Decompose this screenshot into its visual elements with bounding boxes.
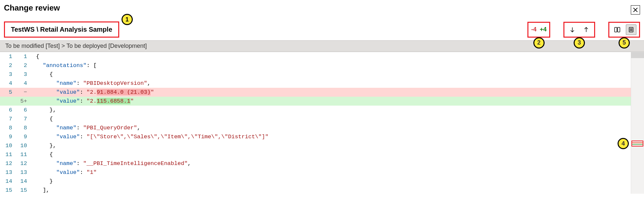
line-number-old: 4 bbox=[0, 80, 15, 86]
code-line: 1 1 { bbox=[0, 52, 631, 61]
code-line: 9 9 "value": "[\"Store\",\"Sales\",\"Ite… bbox=[0, 132, 631, 141]
callout-3: 3 bbox=[574, 37, 585, 49]
svg-rect-1 bbox=[618, 27, 620, 32]
line-number-new: 4 bbox=[15, 80, 30, 86]
code-content: } bbox=[35, 178, 631, 184]
code-content: "value": "2.91.884.0 (21.03)" bbox=[35, 89, 631, 95]
line-number-new: 9 bbox=[15, 134, 30, 140]
view-mode-group: 5 bbox=[608, 22, 640, 38]
line-number-new: 15 bbox=[15, 187, 30, 193]
header: Change review bbox=[0, 0, 644, 19]
diffstat-group: -4 +4 2 bbox=[527, 22, 550, 38]
prev-change-button[interactable] bbox=[581, 24, 591, 35]
code-content: "value": "[\"Store\",\"Sales\",\"Item\",… bbox=[35, 134, 631, 140]
line-marker-added: 5+ bbox=[15, 98, 30, 104]
code-content: }, bbox=[35, 143, 631, 149]
line-number-new: 12 bbox=[15, 160, 30, 167]
breadcrumb: TestWS \ Retail Analysis Sample 1 bbox=[4, 21, 119, 38]
code-line: 3 3 { bbox=[0, 70, 631, 79]
minimap-added-marker bbox=[632, 144, 643, 145]
minimap-removed-marker bbox=[632, 142, 643, 143]
code-content: { bbox=[35, 53, 631, 60]
line-number-old: 8 bbox=[0, 125, 15, 131]
code-line: 10 10 }, bbox=[0, 141, 631, 150]
arrow-up-icon bbox=[583, 27, 589, 33]
callout-2: 2 bbox=[533, 37, 545, 49]
toolbar: TestWS \ Retail Analysis Sample 1 -4 +4 … bbox=[0, 19, 644, 40]
code-line: 11 11 { bbox=[0, 150, 631, 159]
line-number-new: 3 bbox=[15, 71, 30, 78]
code-line: 7 7 { bbox=[0, 115, 631, 123]
minimap-viewport[interactable] bbox=[631, 52, 644, 58]
line-number-new: 8 bbox=[15, 125, 30, 131]
line-number-old: 9 bbox=[0, 134, 15, 140]
page-title: Change review bbox=[4, 3, 60, 13]
line-number-old: 13 bbox=[0, 169, 15, 176]
line-number-old: 2 bbox=[0, 62, 15, 69]
code-content: "name": "PBIDesktopVersion", bbox=[35, 80, 631, 86]
line-number-new: 13 bbox=[15, 169, 30, 176]
code-line: 15 15 ], bbox=[0, 186, 631, 194]
callout-4: 4 bbox=[618, 138, 629, 149]
line-number-old: 7 bbox=[0, 116, 15, 122]
next-change-button[interactable] bbox=[567, 24, 578, 35]
line-number-new: 7 bbox=[15, 116, 30, 122]
line-number-old: 3 bbox=[0, 71, 15, 78]
code-line: 13 13 "value": "1" bbox=[0, 168, 631, 177]
line-number-new: 10 bbox=[15, 143, 30, 149]
code-line-removed: 5 − "value": "2.91.884.0 (21.03)" bbox=[0, 88, 631, 97]
code-content: { bbox=[35, 71, 631, 78]
code-line: 2 2 "annotations": [ bbox=[0, 61, 631, 70]
line-number-old: 11 bbox=[0, 151, 15, 158]
code-content: }, bbox=[35, 107, 631, 113]
diff-body[interactable]: 1 1 { 2 2 "annotations": [ 3 3 { 4 4 "na… bbox=[0, 52, 631, 194]
code-content: ], bbox=[35, 187, 631, 193]
code-line: 14 14 } bbox=[0, 177, 631, 186]
arrow-down-icon bbox=[569, 27, 575, 33]
removed-count: -4 bbox=[531, 26, 536, 33]
code-content: "value": "1" bbox=[35, 169, 631, 176]
close-button[interactable] bbox=[631, 5, 640, 15]
side-by-side-icon bbox=[614, 26, 621, 33]
svg-rect-0 bbox=[615, 27, 617, 32]
path-bar: To be modified [Test] > To be deployed [… bbox=[0, 40, 644, 52]
code-line: 8 8 "name": "PBI_QueryOrder", bbox=[0, 123, 631, 132]
code-content: { bbox=[35, 116, 631, 122]
line-number-old: 5 bbox=[0, 89, 15, 95]
code-line: 6 6 }, bbox=[0, 106, 631, 115]
side-by-side-view-button[interactable] bbox=[612, 24, 623, 35]
line-number-new: 11 bbox=[15, 151, 30, 158]
minimap[interactable]: 4 bbox=[631, 52, 644, 194]
line-number-old: 6 bbox=[0, 107, 15, 113]
line-number-new: 14 bbox=[15, 178, 30, 184]
callout-5: 5 bbox=[619, 37, 630, 49]
code-line-added: 5+ "value": "2.115.6858.1" bbox=[0, 97, 631, 106]
inline-view-button[interactable] bbox=[626, 24, 636, 35]
code-content: "name": "PBI_QueryOrder", bbox=[35, 125, 631, 131]
code-line: 4 4 "name": "PBIDesktopVersion", bbox=[0, 79, 631, 88]
close-icon bbox=[633, 7, 638, 13]
code-line: 12 12 "name": "__PBI_TimeIntelligenceEna… bbox=[0, 159, 631, 168]
added-count: +4 bbox=[540, 26, 547, 33]
line-number-old: 14 bbox=[0, 178, 15, 184]
callout-1: 1 bbox=[122, 14, 133, 25]
diff-region: 1 1 { 2 2 "annotations": [ 3 3 { 4 4 "na… bbox=[0, 52, 644, 194]
line-marker-removed: − bbox=[15, 89, 30, 95]
inline-view-icon bbox=[628, 26, 634, 33]
minimap-marker-highlight: 4 bbox=[631, 141, 643, 147]
line-number-new: 2 bbox=[15, 62, 30, 69]
code-content: { bbox=[35, 151, 631, 158]
nav-arrows-group: 3 bbox=[563, 22, 595, 38]
line-number-old: 10 bbox=[0, 143, 15, 149]
breadcrumb-text: TestWS \ Retail Analysis Sample bbox=[11, 26, 112, 33]
code-content: "annotations": [ bbox=[35, 62, 631, 69]
code-content: "name": "__PBI_TimeIntelligenceEnabled", bbox=[35, 160, 631, 167]
line-number-new: 6 bbox=[15, 107, 30, 113]
line-number-old: 1 bbox=[0, 53, 15, 60]
right-controls: -4 +4 2 3 5 bbox=[527, 22, 640, 38]
code-content: "value": "2.115.6858.1" bbox=[35, 98, 631, 104]
line-number-old: 15 bbox=[0, 187, 15, 193]
line-number-new: 1 bbox=[15, 53, 30, 60]
line-number-old: 12 bbox=[0, 160, 15, 167]
